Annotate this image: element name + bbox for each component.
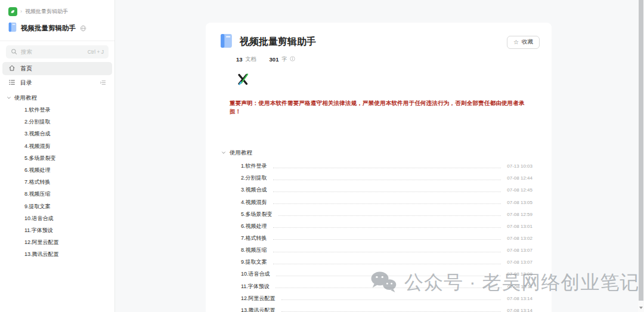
toc-doc-date: 07-08 13:14 [507, 308, 532, 312]
sidebar-item-toc[interactable]: 目录 [2, 76, 112, 89]
toc-doc-link[interactable]: 3.视频合成 [241, 186, 267, 194]
breadcrumb-label: 视频批量剪辑助手 [25, 8, 68, 16]
vertical-scrollbar[interactable] [638, 0, 644, 312]
toc-row: 10.语音合成07-08 13:09 [241, 268, 532, 280]
toc-section-header[interactable]: 使用教程 [221, 149, 552, 157]
doc-stats: 13 文档 301 字 [236, 55, 552, 63]
toc-doc-link[interactable]: 13.腾讯云配置 [241, 307, 275, 312]
scrollbar-down-button[interactable] [638, 304, 644, 312]
sidebar-doc-item[interactable]: 5.多场景裂变 [0, 152, 114, 164]
sidebar-doc-item[interactable]: 1.软件登录 [0, 104, 114, 116]
toc-doc-date: 07-08 13:07 [507, 248, 532, 253]
toc-row: 5.多场景裂变07-08 12:59 [241, 208, 532, 220]
tree-item-list: 1.软件登录2.分割提取3.视频合成4.视频混剪5.多场景裂变6.视频处理7.格… [0, 104, 114, 260]
toc-doc-link[interactable]: 7.格式转换 [241, 234, 267, 242]
toc-doc-link[interactable]: 10.语音合成 [241, 270, 270, 278]
dotted-leader [273, 203, 501, 204]
toc-row: 11.字体预设07-08 13:11 [241, 280, 532, 292]
sidebar-doc-item[interactable]: 2.分割提取 [0, 116, 114, 128]
sidebar-doc-item[interactable]: 13.腾讯云配置 [0, 248, 114, 260]
toc-doc-date: 07-08 12:59 [507, 212, 532, 217]
book-icon [8, 22, 17, 35]
toc-row: 13.腾讯云配置07-08 13:14 [241, 304, 532, 312]
toc-row: 4.视频混剪07-08 13:05 [241, 196, 532, 208]
toc-doc-date: 07-08 12:44 [507, 175, 532, 181]
dotted-leader [273, 179, 501, 180]
search-input[interactable]: 搜索 Ctrl + J [6, 45, 109, 58]
toc-doc-link[interactable]: 1.软件登录 [241, 162, 267, 170]
book-icon [220, 33, 233, 51]
scrollbar-thumb[interactable] [639, 0, 643, 301]
dotted-leader [281, 299, 501, 300]
x-logo-image [236, 73, 249, 86]
breadcrumb[interactable]: › 视频批量剪辑助手 [0, 5, 114, 18]
search-shortcut: Ctrl + J [88, 49, 104, 55]
toc-doc-link[interactable]: 11.字体预设 [241, 283, 270, 291]
sidebar-doc-item[interactable]: 3.视频合成 [0, 128, 114, 140]
toc-row: 7.格式转换07-08 13:02 [241, 232, 532, 244]
dotted-leader [273, 263, 501, 264]
sidebar-doc-item[interactable]: 10.语音合成 [0, 212, 114, 224]
toc-row: 8.视频压缩07-08 13:07 [241, 245, 532, 257]
sidebar-book-title: 视频批量剪辑助手 [21, 24, 76, 33]
breadcrumb-separator-icon: › [20, 8, 22, 14]
dotted-leader [278, 215, 501, 216]
sidebar-item-home[interactable]: 首页 [2, 62, 112, 75]
sidebar-doc-item[interactable]: 12.阿里云配置 [0, 236, 114, 248]
sidebar: › 视频批量剪辑助手 视频批量剪辑助手 [0, 0, 115, 312]
sidebar-doc-item[interactable]: 9.提取文案 [0, 200, 114, 212]
toc-row: 12.阿里云配置07-08 13:14 [241, 292, 532, 304]
toc-doc-date: 07-08 13:09 [507, 271, 532, 277]
toc-row: 1.软件登录07-13 10:03 [241, 160, 532, 172]
sidebar-item-label: 目录 [20, 79, 32, 87]
sidebar-doc-tree: 使用教程 1.软件登录2.分割提取3.视频合成4.视频混剪5.多场景裂变6.视频… [0, 92, 114, 260]
dotted-leader [273, 227, 501, 228]
toc-doc-link[interactable]: 9.提取文案 [241, 258, 267, 266]
info-icon [290, 56, 295, 63]
list-icon [8, 79, 16, 87]
tree-root-label: 使用教程 [14, 94, 37, 102]
sidebar-nav: 首页 目录 [2, 62, 112, 89]
sidebar-doc-item[interactable]: 4.视频混剪 [0, 140, 114, 152]
dotted-leader [273, 239, 501, 240]
toc-doc-date: 07-08 13:11 [507, 284, 532, 289]
toc-row: 2.分割提取07-08 12:44 [241, 172, 532, 184]
legal-notice: 重要声明：使用本软件需要严格遵守相关法律法规，严禁使用本软件用于任何违法行为，否… [230, 99, 528, 116]
toc-doc-date: 07-13 10:03 [507, 163, 532, 169]
toc-list: 1.软件登录07-13 10:032.分割提取07-08 12:443.视频合成… [241, 160, 532, 312]
arrow-down-icon [639, 307, 643, 309]
sidebar-doc-item[interactable]: 6.视频处理 [0, 164, 114, 176]
sidebar-doc-item[interactable]: 11.字体预设 [0, 224, 114, 236]
sidebar-doc-item[interactable]: 7.格式转换 [0, 176, 114, 188]
search-icon [11, 47, 17, 57]
doc-count: 13 [236, 56, 243, 63]
collapse-all-icon[interactable] [100, 79, 106, 87]
word-count-label: 字 [281, 55, 287, 63]
toc-doc-date: 07-08 13:07 [507, 260, 532, 265]
toc-doc-link[interactable]: 2.分割提取 [241, 174, 267, 182]
sidebar-item-label: 首页 [20, 64, 32, 73]
document-card: 视频批量剪辑助手 ☆ 收藏 13 文档 301 字 [206, 23, 552, 312]
sidebar-doc-item[interactable]: 8.视频压缩 [0, 188, 114, 200]
toc-doc-date: 07-08 13:01 [507, 224, 532, 229]
toc-row: 3.视频合成07-08 12:45 [241, 184, 532, 196]
star-icon: ☆ [513, 39, 519, 45]
toc-doc-link[interactable]: 4.视频混剪 [241, 199, 267, 206]
chevron-down-icon [7, 95, 11, 101]
app-window: › 视频批量剪辑助手 视频批量剪辑助手 [0, 0, 644, 312]
toc-doc-link[interactable]: 5.多场景裂变 [241, 211, 273, 218]
toc-row: 6.视频处理07-08 13:01 [241, 220, 532, 232]
document-header: 视频批量剪辑助手 ☆ 收藏 [206, 23, 552, 51]
home-icon [8, 64, 16, 73]
doc-count-label: 文档 [246, 55, 256, 63]
toc-doc-link[interactable]: 8.视频压缩 [241, 246, 267, 254]
toc-doc-date: 07-08 13:02 [507, 236, 532, 241]
toc-doc-date: 07-08 13:05 [507, 200, 532, 205]
sidebar-book-header[interactable]: 视频批量剪辑助手 [0, 18, 114, 38]
favorite-button[interactable]: ☆ 收藏 [507, 36, 540, 49]
toc-doc-link[interactable]: 6.视频处理 [241, 223, 267, 230]
dotted-leader [273, 167, 501, 168]
tree-root-tutorial[interactable]: 使用教程 [0, 92, 114, 104]
toc-doc-link[interactable]: 12.阿里云配置 [241, 295, 275, 302]
public-globe-icon [80, 23, 86, 34]
